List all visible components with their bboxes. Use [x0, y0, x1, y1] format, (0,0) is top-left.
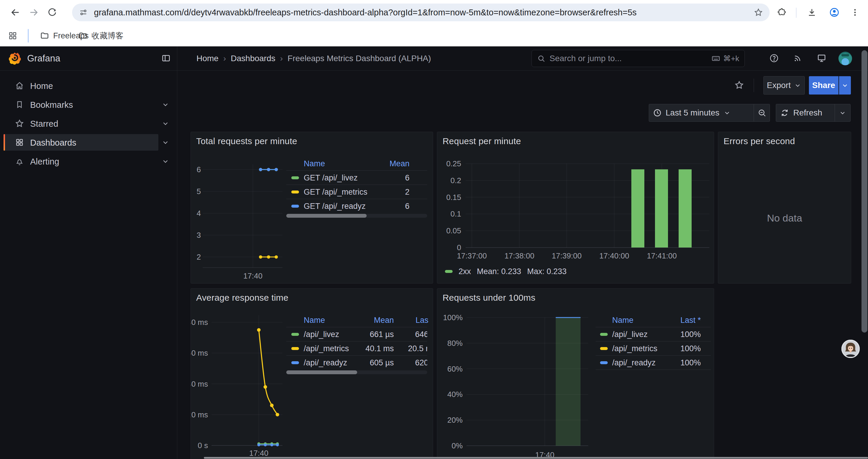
bell-icon — [14, 156, 25, 167]
svg-text:100%: 100% — [443, 313, 463, 322]
legend-header-name[interactable]: Name — [612, 316, 633, 325]
export-button[interactable]: Export — [764, 76, 805, 95]
reload-button[interactable] — [44, 5, 60, 20]
legend-header-mean[interactable]: Mean — [374, 316, 394, 325]
help-button[interactable] — [768, 52, 780, 65]
kiosk-button[interactable] — [815, 52, 828, 65]
chevron-down-icon[interactable] — [161, 157, 170, 166]
svg-text:40 ms: 40 ms — [191, 380, 208, 388]
series-name[interactable]: /api/_livez — [612, 330, 648, 339]
breadcrumb-dashboards[interactable]: Dashboards — [231, 54, 275, 63]
legend-header: Name Mean — [286, 157, 427, 171]
legend-header-mean[interactable]: Mean — [390, 159, 409, 168]
bookmark-star-icon[interactable] — [752, 6, 765, 19]
extensions-button[interactable] — [774, 5, 789, 20]
legend-scrollbar[interactable] — [286, 370, 427, 374]
monitor-icon — [816, 53, 827, 63]
site-settings-icon[interactable] — [77, 6, 90, 19]
legend-table: Name Mean Las /api/_livez 661 µs 646 /ap… — [286, 314, 427, 369]
chevron-down-icon — [794, 82, 801, 89]
series-name[interactable]: /api/_readyz — [612, 358, 656, 367]
search-input[interactable]: Search or jump to... ⌘+k — [531, 50, 745, 67]
clock-icon — [649, 104, 665, 121]
legend-header-last[interactable]: Las — [415, 316, 428, 325]
active-accent-bar — [4, 134, 5, 151]
vertical-scrollbar-thumb[interactable] — [862, 50, 867, 333]
sidebar-item-alerting[interactable]: Alerting — [0, 153, 177, 169]
legend-scrollbar[interactable] — [286, 214, 427, 218]
home-icon — [14, 80, 25, 91]
sidebar-item-bookmarks[interactable]: Bookmarks — [0, 96, 177, 113]
svg-text:6: 6 — [197, 165, 201, 174]
bookmark-folder-blogs[interactable]: 收藏博客 — [74, 28, 128, 44]
news-button[interactable] — [791, 52, 804, 65]
time-range-picker[interactable]: Last 5 minutes — [649, 104, 770, 122]
series-name[interactable]: GET /api/_livez — [304, 173, 358, 182]
legend-scrollbar-thumb[interactable] — [286, 370, 357, 374]
series-name[interactable]: /api/_livez — [304, 330, 339, 339]
back-button[interactable] — [8, 5, 23, 20]
avatar-pattern — [841, 54, 849, 57]
zoom-out-button[interactable] — [754, 104, 770, 121]
apps-shortcut-button[interactable] — [5, 28, 20, 43]
series-name[interactable]: GET /api/_metrics — [304, 187, 368, 196]
svg-text:20%: 20% — [447, 416, 463, 424]
chevron-down-icon[interactable] — [161, 138, 170, 147]
chevron-down-icon[interactable] — [161, 119, 170, 128]
rss-icon — [793, 54, 802, 63]
breadcrumb-separator: › — [223, 54, 226, 63]
svg-text:5: 5 — [197, 187, 201, 196]
forward-icon — [29, 7, 39, 18]
legend-header-last[interactable]: Last * — [680, 316, 701, 325]
browser-toolbar: grafana.mathmast.com/d/deytv4rwavabkb/fr… — [0, 0, 868, 25]
assistant-avatar[interactable] — [841, 339, 860, 359]
chevron-down-icon[interactable] — [161, 100, 170, 109]
refresh-button-group[interactable]: Refresh — [776, 104, 850, 122]
sidebar-item-home[interactable]: Home — [0, 77, 177, 94]
sidebar-toggle-button[interactable] — [158, 51, 174, 66]
series-mean: 2 — [405, 187, 409, 196]
series-color-pill — [445, 270, 453, 273]
sidebar-item-dashboards[interactable]: Dashboards — [0, 134, 177, 151]
share-button[interactable]: Share — [809, 76, 838, 95]
legend-row: /api/_livez 661 µs 646 — [286, 327, 427, 341]
svg-text:40%: 40% — [447, 390, 463, 399]
series-name[interactable]: /api/_metrics — [304, 344, 349, 353]
keyboard-icon — [711, 54, 720, 63]
horizontal-scrollbar-thumb[interactable] — [204, 457, 868, 459]
favorite-dashboard-button[interactable] — [732, 78, 746, 92]
legend-row: /api/_metrics 100% — [596, 341, 711, 355]
search-placeholder: Search or jump to... — [550, 54, 711, 63]
header-border — [0, 70, 868, 71]
profile-button[interactable] — [827, 5, 842, 20]
subheader-separator — [754, 78, 754, 92]
downloads-button[interactable] — [804, 5, 819, 20]
refresh-interval-button[interactable] — [835, 104, 850, 121]
legend-header-name[interactable]: Name — [304, 159, 325, 168]
panel-title[interactable]: Errors per second — [723, 136, 795, 146]
breadcrumb-home[interactable]: Home — [196, 54, 219, 63]
svg-text:80 ms: 80 ms — [191, 318, 208, 327]
url-bar[interactable]: grafana.mathmast.com/d/deytv4rwavabkb/fr… — [72, 4, 770, 21]
panel-request-per-minute: Request per minute 00.050.10.150.20.2517… — [437, 132, 714, 284]
sidebar-item-label: Home — [30, 81, 53, 91]
user-avatar[interactable] — [838, 52, 852, 65]
series-last: 100% — [680, 330, 701, 339]
star-icon — [14, 118, 25, 129]
grafana-logo[interactable] — [8, 51, 22, 65]
url-text[interactable]: grafana.mathmast.com/d/deytv4rwavabkb/fr… — [94, 8, 749, 18]
series-name[interactable]: 2xx — [459, 267, 471, 276]
breadcrumb-current: Freeleaps Metrics Dashboard (ALPHA) — [287, 54, 431, 63]
series-name[interactable]: /api/_readyz — [304, 358, 347, 367]
series-name[interactable]: /api/_metrics — [612, 344, 657, 353]
browser-menu-button[interactable] — [847, 5, 863, 20]
legend-scrollbar-thumb[interactable] — [286, 214, 367, 218]
legend-row: /api/_metrics 40.1 ms 20.5 r — [286, 341, 427, 355]
forward-button[interactable] — [26, 5, 41, 20]
legend-header-name[interactable]: Name — [304, 316, 325, 325]
legend-row: GET /api/_livez 6 — [286, 171, 427, 185]
sidebar-item-starred[interactable]: Starred — [0, 115, 177, 132]
series-name[interactable]: GET /api/_readyz — [304, 201, 366, 210]
share-menu-button[interactable] — [839, 76, 851, 95]
brand-title: Grafana — [27, 46, 60, 70]
